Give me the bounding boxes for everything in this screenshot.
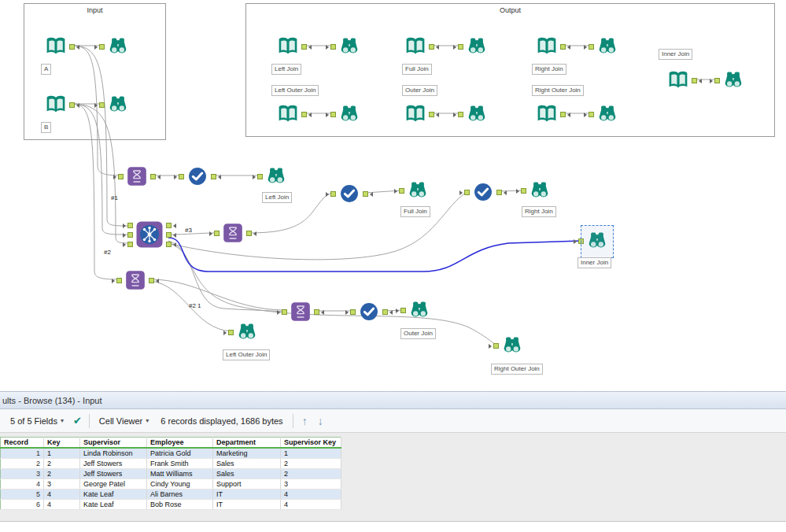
tool-output-left-join-input[interactable] (277, 35, 299, 57)
anchor-out[interactable] (429, 44, 434, 50)
tool-label-left_outer_join[interactable]: Left Outer Join (223, 349, 270, 360)
anchor-in[interactable] (330, 112, 336, 117)
anchor-in[interactable] (493, 343, 499, 349)
tool-output-outer-join-browse[interactable] (466, 103, 488, 125)
tool-union-full-join[interactable] (338, 183, 360, 205)
tool-browse-full-join[interactable] (407, 179, 429, 201)
workflow-canvas[interactable]: Input Output ABLeft JoinLeft Outer JoinF… (0, 0, 786, 391)
tool-join-prep-3[interactable] (124, 269, 146, 291)
anchor-in[interactable] (330, 191, 336, 197)
anchor-in[interactable] (118, 174, 124, 179)
tool-join-prep-4[interactable] (290, 301, 312, 323)
tool-label-inner_join[interactable]: Inner Join (578, 257, 611, 268)
anchor-out[interactable] (149, 278, 154, 283)
table-row[interactable]: 64Kate LeafBob RoseIT4 (1, 500, 341, 510)
anchor-in[interactable] (464, 190, 470, 195)
tool-input-a[interactable] (45, 35, 67, 57)
anchor-in[interactable] (589, 44, 594, 50)
anchor-in[interactable] (350, 309, 356, 315)
anchor-out[interactable] (301, 112, 307, 117)
arrow-up-icon[interactable]: ↑ (301, 415, 309, 427)
anchor-in[interactable] (578, 238, 584, 244)
tool-label-full_join[interactable]: Full Join (402, 64, 432, 75)
tool-output-left-outer-join-browse[interactable] (338, 103, 360, 125)
column-header[interactable]: Record (1, 438, 44, 449)
anchor-in[interactable] (99, 102, 105, 108)
anchor-out[interactable] (246, 231, 252, 236)
tool-output-right-join-input[interactable] (536, 35, 558, 57)
anchor-out[interactable] (496, 190, 502, 195)
tool-output-outer-join-input[interactable] (404, 103, 426, 125)
tool-label-right_join[interactable]: Right Join (522, 206, 556, 217)
anchor-out[interactable] (211, 174, 216, 179)
tool-label-right_outer_join[interactable]: Right Outer Join (532, 85, 584, 96)
anchor-in[interactable] (99, 44, 105, 50)
tool-browse-right-join[interactable] (529, 179, 551, 201)
arrow-down-icon[interactable]: ↓ (316, 415, 325, 427)
anchor-in[interactable] (179, 174, 184, 179)
anchor-in[interactable] (282, 309, 287, 315)
column-header[interactable]: Key (44, 438, 80, 449)
tool-browse-inner-join[interactable] (586, 230, 608, 252)
anchor-in[interactable] (400, 308, 406, 313)
anchor-in[interactable] (458, 112, 463, 117)
tool-union-left-join[interactable] (186, 165, 208, 187)
anchor-in[interactable] (127, 232, 133, 238)
container-output[interactable]: Output (245, 3, 775, 137)
tool-input-b[interactable] (45, 94, 67, 116)
table-row[interactable]: 11Linda RobinsonPatricia GoldMarketing1 (1, 448, 341, 459)
tool-join-prep-1[interactable] (126, 165, 148, 187)
tool-output-inner-join-input[interactable] (667, 69, 689, 91)
tool-label-a[interactable]: A (41, 64, 51, 75)
anchor-out[interactable] (166, 232, 172, 238)
tool-browse-right-outer-join[interactable] (501, 334, 523, 357)
tool-label-right_join[interactable]: Right Join (532, 64, 566, 75)
anchor-out[interactable] (314, 309, 319, 315)
anchor-out[interactable] (560, 44, 566, 50)
tool-join-prep-2[interactable] (222, 222, 244, 244)
table-row[interactable]: 43George PatelCindy YoungSupport3 (1, 479, 341, 490)
tool-label-outer_join[interactable]: Outer Join (402, 85, 437, 96)
tool-label-left_join[interactable]: Left Join (271, 64, 301, 75)
anchor-in[interactable] (257, 174, 263, 179)
anchor-out[interactable] (166, 242, 172, 247)
anchor-in[interactable] (214, 231, 220, 236)
tool-label-b[interactable]: B (41, 122, 51, 133)
table-row[interactable]: 32Jeff StowersMatt WilliamsSales2 (1, 469, 341, 479)
tool-output-left-outer-join-input[interactable] (277, 103, 299, 125)
anchor-in[interactable] (714, 78, 720, 83)
anchor-out[interactable] (692, 78, 697, 83)
anchor-out[interactable] (150, 174, 156, 179)
column-header[interactable]: Supervisor (80, 438, 147, 449)
anchor-in[interactable] (458, 44, 463, 50)
cell-viewer-dropdown[interactable]: Cell Viewer ▾ (97, 415, 151, 427)
anchor-in[interactable] (521, 188, 526, 194)
anchor-in[interactable] (127, 223, 133, 228)
anchor-in[interactable] (589, 112, 594, 117)
tool-output-inner-join-browse[interactable] (722, 69, 744, 91)
tool-output-right-outer-join-browse[interactable] (596, 103, 618, 125)
tool-label-left_join[interactable]: Left Join (262, 192, 292, 203)
tool-browse-left-outer-join[interactable] (236, 321, 258, 343)
anchor-out[interactable] (69, 44, 75, 50)
anchor-in[interactable] (127, 242, 133, 247)
anchor-out[interactable] (429, 112, 434, 117)
table-row[interactable]: 54Kate LeafAli BarnesIT4 (1, 490, 341, 500)
tool-browse-a[interactable] (107, 35, 129, 57)
tool-browse-left-join[interactable] (265, 165, 287, 187)
tool-output-full-join-browse[interactable] (466, 35, 488, 57)
anchor-out[interactable] (560, 112, 566, 117)
anchor-out[interactable] (166, 223, 172, 228)
tool-label-right_outer_join[interactable]: Right Outer Join (491, 364, 543, 375)
apply-check-icon[interactable]: ✔ (73, 415, 82, 427)
tool-label-full_join[interactable]: Full Join (400, 206, 430, 217)
anchor-in[interactable] (116, 278, 122, 283)
tool-union-right-join[interactable] (472, 181, 494, 203)
tool-browse-b[interactable] (107, 94, 129, 116)
column-header[interactable]: Department (213, 438, 281, 449)
results-titlebar[interactable]: ults - Browse (134) - Input (0, 391, 786, 409)
fields-dropdown[interactable]: 5 of 5 Fields ▾ (8, 415, 66, 427)
tool-output-left-join-browse[interactable] (338, 35, 360, 57)
table-row[interactable]: 22Jeff StowersFrank SmithSales2 (1, 459, 341, 469)
tool-output-right-join-browse[interactable] (596, 35, 618, 57)
